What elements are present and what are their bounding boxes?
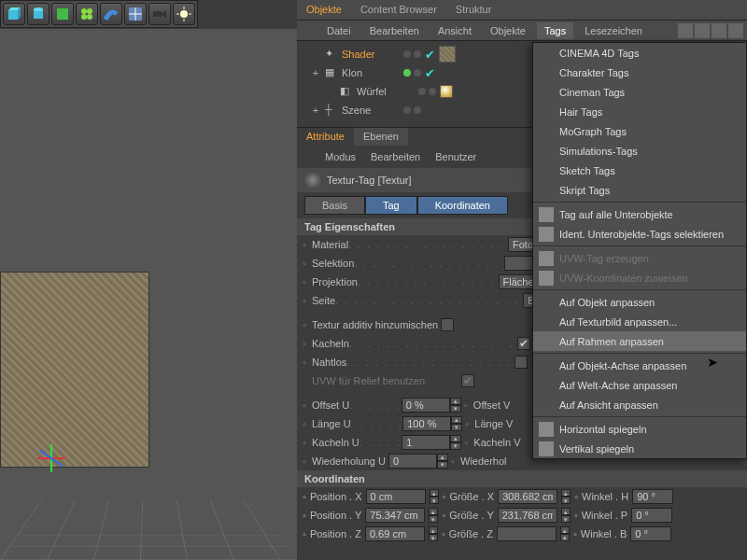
mirror-h-icon	[539, 422, 554, 437]
tool-light[interactable]	[173, 3, 195, 25]
tab-attribute[interactable]: Attribute	[297, 128, 354, 146]
tab-content-browser[interactable]: Content Browser	[351, 0, 446, 20]
cube-icon: ◧	[340, 85, 353, 98]
laengeu-field[interactable]	[402, 416, 451, 431]
tags-dropdown: CINEMA 4D TagsCharakter TagsCineman Tags…	[532, 42, 747, 459]
mode-tag[interactable]: Tag	[365, 196, 417, 215]
menu-item[interactable]: UVW-Koordinaten zuweisen	[533, 268, 746, 287]
tool-extrude[interactable]	[51, 3, 74, 25]
menu-objekte[interactable]: Objekte	[483, 22, 533, 39]
menu-item[interactable]: Ident. Unterobjekte-Tags selektieren	[533, 224, 746, 244]
orange-tag-thumb[interactable]	[440, 85, 453, 98]
tag-icon	[539, 207, 554, 222]
grid-icon	[539, 271, 554, 286]
coord-row-z: ◦Position . Z▴▾◦Größe . Z▴▾◦Winkel . B	[297, 525, 747, 543]
funnel-icon[interactable]	[712, 23, 726, 38]
submenu-benutzer[interactable]: Benutzer	[430, 149, 482, 164]
menu-datei[interactable]: Datei	[319, 22, 359, 39]
shader-icon: ✦	[325, 48, 338, 61]
posy-field[interactable]	[365, 508, 425, 523]
menu-item[interactable]: UVW-Tag erzeugen	[533, 248, 746, 268]
menu-tags[interactable]: Tags	[537, 22, 573, 39]
menu-item[interactable]: Simulations-Tags	[533, 141, 746, 161]
menu-item[interactable]: Tag auf alle Unterobjekte	[533, 204, 746, 224]
menu-bearbeiten[interactable]: Bearbeiten	[362, 22, 427, 39]
menu-ansicht[interactable]: Ansicht	[430, 22, 479, 39]
svg-rect-5	[57, 8, 68, 20]
winkp-field[interactable]	[631, 508, 672, 523]
menu-item[interactable]: Skript Tags	[533, 180, 746, 200]
menu-item[interactable]: MoGraph Tags	[533, 121, 746, 141]
clone-icon: ▦	[325, 66, 338, 79]
posx-field[interactable]	[366, 489, 426, 504]
svg-point-7	[87, 8, 92, 14]
object-panel-tabs: Objekte Content Browser Struktur	[297, 0, 747, 21]
svg-point-4	[34, 7, 43, 11]
menu-item[interactable]: Auf Welt-Achse anpassen	[533, 375, 746, 395]
mouse-cursor: ➤	[707, 355, 718, 370]
winkb-field[interactable]	[630, 526, 671, 541]
tool-cylinder[interactable]	[27, 3, 49, 25]
tab-struktur[interactable]: Struktur	[446, 0, 501, 20]
mode-basis[interactable]: Basis	[304, 196, 365, 215]
null-icon: ┼	[325, 104, 338, 117]
mirror-v-icon	[539, 441, 554, 456]
svg-point-15	[180, 10, 188, 18]
menu-item[interactable]: Horizontal spiegeln	[533, 419, 746, 439]
grid-icon	[539, 251, 554, 266]
svg-rect-0	[8, 10, 18, 20]
offsetu-field[interactable]	[402, 398, 450, 413]
sizez-field[interactable]	[497, 526, 557, 541]
svg-rect-13	[153, 11, 162, 17]
eye-icon[interactable]	[695, 23, 710, 38]
menu-item[interactable]: Cineman Tags	[533, 82, 746, 102]
menu-item[interactable]: CINEMA 4D Tags	[533, 43, 746, 63]
tool-camera[interactable]	[148, 3, 171, 25]
section-koordinaten: Koordinaten	[297, 470, 747, 487]
uvw-checkbox[interactable]: ✔	[461, 374, 474, 387]
tab-ebenen[interactable]: Ebenen	[354, 128, 408, 146]
sizey-field[interactable]	[498, 508, 557, 523]
sphere-icon	[539, 227, 554, 242]
axis-gizmo[interactable]	[9, 429, 65, 485]
plus-icon[interactable]	[728, 23, 743, 38]
submenu-bearbeiten[interactable]: Bearbeiten	[365, 149, 426, 164]
menu-item[interactable]: Auf Objekt anpassen	[533, 292, 746, 312]
viewport[interactable]	[0, 29, 297, 560]
menu-item[interactable]: Auf Ansicht anpassen	[533, 395, 746, 414]
svg-point-8	[81, 14, 87, 20]
additiv-checkbox[interactable]	[441, 318, 454, 331]
svg-marker-14	[162, 10, 166, 18]
search-icon[interactable]	[678, 23, 693, 38]
svg-point-6	[81, 8, 87, 14]
svg-point-9	[87, 14, 92, 20]
tool-sweep[interactable]	[100, 3, 122, 25]
tool-cube[interactable]	[3, 3, 25, 25]
winkh-field[interactable]	[632, 489, 673, 504]
kacheln-checkbox[interactable]: ✔	[517, 337, 530, 350]
sizex-field[interactable]	[498, 489, 557, 504]
submenu-modus[interactable]: Modus	[319, 149, 361, 164]
kachelnu-field[interactable]	[402, 435, 450, 450]
menu-item[interactable]: Vertikal spiegeln	[533, 439, 746, 458]
menu-item[interactable]: Hair Tags	[533, 102, 746, 121]
main-toolbar	[0, 0, 198, 28]
viewport-grid	[0, 499, 297, 560]
menu-item[interactable]: Auf Rahmen anpassen	[533, 331, 746, 351]
menu-item[interactable]: Charakter Tags	[533, 63, 746, 82]
menu-item[interactable]: Sketch Tags	[533, 161, 746, 180]
tool-floor[interactable]	[124, 3, 147, 25]
wiedu-field[interactable]	[388, 454, 437, 469]
texture-tag-thumb[interactable]	[439, 46, 456, 63]
tab-objekte[interactable]: Objekte	[297, 0, 351, 20]
coord-row-x: ◦Position . X▴▾◦Größe . X▴▾◦Winkel . H	[297, 487, 747, 506]
coord-row-y: ◦Position . Y▴▾◦Größe . Y▴▾◦Winkel . P	[297, 506, 747, 525]
tool-array[interactable]	[76, 3, 98, 25]
object-panel-menubar: Datei Bearbeiten Ansicht Objekte Tags Le…	[297, 21, 747, 41]
menu-lesezeichen[interactable]: Lesezeichen	[577, 22, 650, 39]
posz-field[interactable]	[365, 526, 425, 541]
texture-thumb-icon	[304, 172, 321, 189]
mode-koordinaten[interactable]: Koordinaten	[417, 196, 508, 215]
nahtlos-checkbox[interactable]	[514, 356, 528, 369]
menu-item[interactable]: Auf Texturbild anpassen...	[533, 312, 746, 331]
